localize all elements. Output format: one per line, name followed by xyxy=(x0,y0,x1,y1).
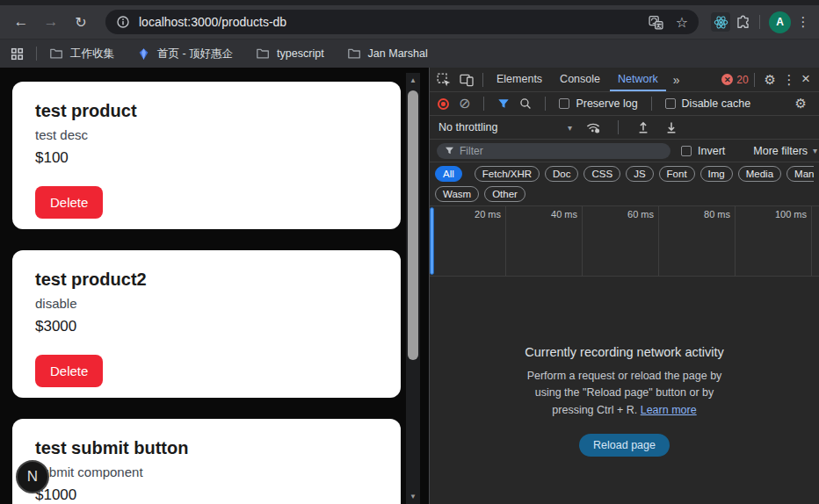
chip-font[interactable]: Font xyxy=(659,166,695,182)
product-description: test desc xyxy=(35,127,378,142)
export-har-icon[interactable] xyxy=(664,120,678,134)
timeline-tick: 20 ms xyxy=(430,206,506,276)
timeline-scrubber[interactable] xyxy=(430,207,434,275)
product-card: test product test desc $100 Delete xyxy=(12,82,401,229)
filter-toggle-icon[interactable] xyxy=(497,97,510,110)
devtools-menu-icon[interactable]: ⋮ xyxy=(782,72,796,88)
empty-state-line3-text: pressing Ctrl + R. xyxy=(552,404,637,416)
chip-img[interactable]: Img xyxy=(700,166,733,182)
request-type-filters: All Fetch/XHR Doc CSS JS Font Img Media … xyxy=(430,162,819,206)
product-card: test product2 disable $3000 Delete xyxy=(12,250,401,398)
translate-icon[interactable] xyxy=(649,15,663,30)
folder-icon xyxy=(49,47,63,61)
delete-button[interactable]: Delete xyxy=(35,186,103,219)
chip-all[interactable]: All xyxy=(435,166,462,182)
clear-network-log-icon[interactable]: ⊘ xyxy=(459,97,470,111)
nextjs-dev-badge[interactable]: N xyxy=(16,460,49,493)
browser-window: ← → ↻ localhost:3000/products-db ☆ A ⋮ 工… xyxy=(0,0,819,504)
toolbar-divider xyxy=(759,15,760,29)
network-conditions-icon[interactable] xyxy=(586,120,600,134)
scrollbar-down-arrow-icon[interactable]: ▼ xyxy=(406,491,420,503)
chip-row: Wasm Other xyxy=(435,186,525,202)
chip-doc[interactable]: Doc xyxy=(545,166,578,182)
delete-button[interactable]: Delete xyxy=(35,355,103,387)
chip-wasm[interactable]: Wasm xyxy=(435,186,479,202)
site-info-icon[interactable] xyxy=(116,15,130,29)
chip-other[interactable]: Other xyxy=(484,186,525,202)
disable-cache-checkbox[interactable]: Disable cache xyxy=(665,97,751,110)
page-scrollbar[interactable]: ▲ ▼ xyxy=(406,73,420,504)
chevron-down-icon: ▾ xyxy=(813,146,817,155)
product-price: $1000 xyxy=(35,486,378,504)
bookmark-item[interactable]: 首页 - 顶好惠企 xyxy=(137,47,233,61)
network-overview-timeline[interactable]: 20 ms 40 ms 60 ms 80 ms 100 ms xyxy=(430,206,819,277)
empty-state-line: using the "Reload page" button or by xyxy=(527,385,722,401)
preserve-log-label: Preserve log xyxy=(576,97,637,110)
forward-icon[interactable]: → xyxy=(39,13,63,31)
chip-row: All Fetch/XHR Doc CSS JS Font Img Media … xyxy=(435,166,814,182)
scrollbar-thumb[interactable] xyxy=(408,90,418,360)
folder-icon xyxy=(256,47,270,61)
bookmark-label: 工作收集 xyxy=(70,47,114,61)
toolbar-divider xyxy=(651,97,652,111)
reload-page-button[interactable]: Reload page xyxy=(579,434,670,457)
devtools-tab-bar: Elements Console Network » ✕ 20 ⚙ ⋮ × xyxy=(430,68,819,92)
import-har-icon[interactable] xyxy=(636,120,650,134)
error-badge[interactable]: ✕ 20 xyxy=(721,74,748,86)
product-list: test product test desc $100 Delete test … xyxy=(12,82,401,504)
chip-js[interactable]: JS xyxy=(626,166,653,182)
preserve-log-checkbox[interactable]: Preserve log xyxy=(559,97,637,110)
more-filters-button[interactable]: More filters ▾ xyxy=(753,145,817,157)
filter-input-wrapper xyxy=(437,143,670,159)
timeline-tick: 80 ms xyxy=(659,206,736,276)
device-toolbar-icon[interactable] xyxy=(456,73,477,87)
address-bar[interactable]: localhost:3000/products-db ☆ xyxy=(105,10,699,34)
tab-console[interactable]: Console xyxy=(552,68,608,91)
empty-state-line: Perform a request or reload the page by xyxy=(527,368,722,385)
search-icon[interactable] xyxy=(519,97,532,110)
reload-icon[interactable]: ↻ xyxy=(69,14,93,31)
chip-fetch-xhr[interactable]: Fetch/XHR xyxy=(475,166,540,182)
timeline-tick: 60 ms xyxy=(583,206,659,276)
browser-menu-icon[interactable]: ⋮ xyxy=(796,14,810,30)
inspect-element-icon[interactable] xyxy=(433,73,454,87)
tab-network[interactable]: Network xyxy=(610,68,666,91)
scrollbar-up-arrow-icon[interactable]: ▲ xyxy=(406,75,420,87)
bookmark-label: 首页 - 顶好惠企 xyxy=(157,47,233,61)
throttling-select[interactable]: No throttling ▾ xyxy=(438,121,572,133)
learn-more-link[interactable]: Learn more xyxy=(641,404,697,416)
toolbar-divider xyxy=(483,97,484,111)
more-tabs-icon[interactable]: » xyxy=(668,73,685,87)
content-area: test product test desc $100 Delete test … xyxy=(0,68,819,504)
react-devtools-extension-icon[interactable] xyxy=(711,12,730,32)
network-settings-icon[interactable]: ⚙ xyxy=(791,96,811,112)
toolbar-divider xyxy=(545,97,546,111)
bookmark-item[interactable]: 工作收集 xyxy=(49,47,114,61)
bookmark-item[interactable]: Jan Marshal xyxy=(347,47,428,61)
tab-elements[interactable]: Elements xyxy=(489,68,550,91)
back-icon[interactable]: ← xyxy=(9,13,33,31)
filter-input[interactable] xyxy=(460,145,663,157)
bookmark-item[interactable]: typescript xyxy=(256,47,324,61)
product-description: disable xyxy=(35,296,378,311)
browser-toolbar: ← → ↻ localhost:3000/products-db ☆ A ⋮ xyxy=(0,5,819,39)
devtools-close-icon[interactable]: × xyxy=(798,70,815,90)
empty-state-body: Perform a request or reload the page by … xyxy=(527,368,722,419)
invert-checkbox[interactable]: Invert xyxy=(681,145,725,157)
folder-icon xyxy=(347,47,361,61)
throttling-value: No throttling xyxy=(438,121,497,133)
page-content: test product test desc $100 Delete test … xyxy=(0,68,429,504)
extensions-puzzle-icon[interactable] xyxy=(736,15,750,30)
devtools-settings-icon[interactable]: ⚙ xyxy=(760,72,780,88)
profile-avatar[interactable]: A xyxy=(769,11,791,33)
apps-grid-icon[interactable] xyxy=(11,47,24,61)
site-favicon xyxy=(137,47,150,61)
timeline-tick: 100 ms xyxy=(736,206,812,276)
chip-css[interactable]: CSS xyxy=(583,166,620,182)
bookmarks-divider xyxy=(36,47,37,61)
record-network-log-icon[interactable] xyxy=(438,98,449,110)
tabs-divider xyxy=(482,73,483,87)
bookmark-star-icon[interactable]: ☆ xyxy=(676,14,688,31)
chip-media[interactable]: Media xyxy=(738,166,781,182)
chip-manifest[interactable]: Manifest xyxy=(786,166,814,182)
